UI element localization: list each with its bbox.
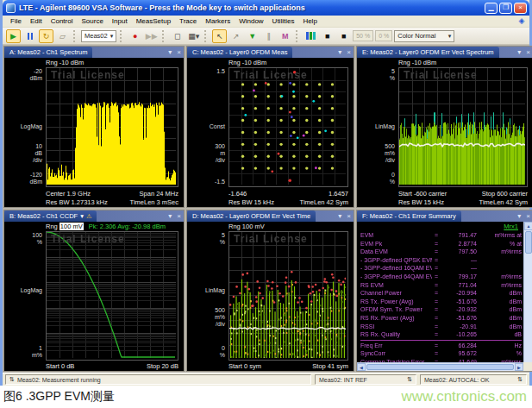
selection-icon[interactable]: ▱ (55, 29, 70, 43)
error-summary-rows: EVM=791.47m%rms atEVM Pk=2.8774% atData … (360, 231, 522, 367)
err-time-plot-area[interactable] (228, 231, 348, 361)
spinner-icon[interactable]: ⇅ (9, 376, 15, 383)
menu-item-markers[interactable]: Markers (201, 16, 235, 26)
toolbar-separator (73, 30, 78, 42)
panel-pin-icon[interactable]: ▾ (166, 47, 174, 58)
color-bars-icon[interactable] (304, 29, 318, 43)
status-ref-text: Meas02: INT REF (319, 377, 367, 383)
menu-item-input[interactable]: Input (108, 16, 132, 26)
menu-item-control[interactable]: Control (47, 16, 78, 26)
panel-d-header[interactable]: D: Meas02 - Layer0 OFDM Err Vect Time ▾ … (187, 210, 354, 222)
restore-button[interactable]: ❐ (499, 3, 512, 14)
timelen-label: TimeLen 42 Sym (479, 198, 528, 206)
horizontal-scrollbar[interactable]: ◀ ▶ (357, 362, 523, 371)
panel-close-icon[interactable]: × (344, 210, 354, 222)
panel-d-title[interactable]: D: Meas02 - Layer0 OFDM Err Vect Time (187, 210, 316, 222)
restart-icon[interactable]: ↻ (39, 29, 53, 43)
panel-c-title[interactable]: C: Meas02 - Layer0 OFDM Meas (187, 47, 292, 58)
scale-type-label: LogMag (4, 123, 42, 130)
menu-item-trace[interactable]: Trace (175, 16, 201, 26)
scale-type-label: LogMag (4, 287, 42, 294)
window-title: LTE - Agilent 89600 VSA Software - Press… (19, 3, 485, 12)
error-summary-row: - 3GPP-defined 16QAM EVM=— (360, 264, 522, 273)
panel-close-icon[interactable]: × (174, 47, 184, 58)
display-dark2-icon[interactable]: ■ (336, 29, 351, 43)
start-db-label: Start 0 dB (46, 362, 74, 370)
panel-pin-icon[interactable]: ▾ (335, 210, 344, 222)
close-button[interactable]: × (514, 3, 527, 14)
scroll-left-icon[interactable]: ◀ (357, 363, 366, 371)
play-icon[interactable]: ▶ (6, 29, 21, 43)
panel-f-title[interactable]: F: Meas02 - Ch1 Error Summary (357, 210, 461, 222)
status-bar: ⇅ Meas02: Measurement running Meas02: IN… (3, 373, 529, 386)
panel-a-title[interactable]: A: Meas02 - Ch1 Spectrum (4, 47, 92, 58)
chevron-down-icon[interactable]: ▾ (80, 210, 84, 222)
menu-item-meassetup[interactable]: MeasSetup (132, 16, 175, 26)
spinner-icon[interactable]: ⇅ (407, 376, 412, 383)
menu-item-file[interactable]: File (6, 16, 26, 26)
scroll-up-icon[interactable]: ▲ (524, 222, 532, 230)
pointer-icon[interactable]: ↖ (212, 29, 227, 43)
status-measurement: ⇅ Meas02: Measurement running (5, 374, 311, 385)
menu-item-source[interactable]: Source (77, 16, 107, 26)
error-summary-table: Mrx1 EVM=791.47m%rms atEVM Pk=2.8774% at… (357, 222, 523, 362)
scroll-thumb[interactable] (525, 231, 532, 254)
panel-c-header[interactable]: C: Meas02 - Layer0 OFDM Meas ▾ × (187, 47, 354, 58)
ccdf-plot-area[interactable] (46, 231, 178, 361)
grid-layout-icon[interactable]: ▦▾ (186, 29, 201, 43)
stop-sym-label: Stop 41 sym (312, 362, 348, 370)
scroll-right-icon[interactable]: ▶ (515, 363, 523, 371)
zoom-field-b[interactable]: 0 % (375, 30, 392, 41)
panel-a-header[interactable]: A: Meas02 - Ch1 Spectrum ▾ × (4, 47, 184, 58)
panel-b-header[interactable]: B: Meas02 - Ch1 CCDF ▾ ⚠ ▾ × (4, 210, 184, 222)
scale-type-label: Const (187, 123, 225, 130)
band-marker-icon[interactable]: ∥ (261, 29, 276, 43)
panel-pin-icon[interactable]: ▾ (515, 47, 523, 58)
panel-e-header[interactable]: E: Meas02 - Layer0 OFDM Err Vect Spectru… (357, 47, 532, 58)
zoom-field-a[interactable]: 50 % (353, 30, 373, 41)
spectrum-plot-area[interactable] (46, 67, 178, 187)
panel-b-title[interactable]: B: Meas02 - Ch1 CCDF ▾ ⚠ (4, 210, 97, 222)
measurement-select[interactable]: Meas02 ▾ (81, 30, 116, 42)
playback-icon[interactable]: ▶▶ (144, 29, 159, 43)
scale-type-label: LinMag (357, 123, 395, 130)
panel-e-title[interactable]: E: Meas02 - Layer0 OFDM Err Vect Spectru… (357, 47, 499, 58)
err-spectrum-plot-area[interactable] (398, 67, 528, 187)
panel-close-icon[interactable]: × (344, 47, 354, 58)
panel-close-icon[interactable]: × (523, 210, 532, 222)
menu-item-help[interactable]: Help (298, 16, 321, 26)
panel-pin-icon[interactable]: ▾ (335, 47, 344, 58)
panel-f-header[interactable]: F: Meas02 - Ch1 Error Summary ▾ × (357, 210, 532, 222)
constellation-plot-area[interactable] (228, 67, 348, 187)
vertical-scrollbar[interactable]: ▲ (523, 222, 532, 362)
panel-pin-icon[interactable]: ▾ (166, 210, 174, 222)
display-dark-icon[interactable]: ■ (320, 29, 335, 43)
marker-delta-icon[interactable]: ▼ (245, 29, 260, 43)
scroll-thumb[interactable] (366, 364, 514, 370)
panel-close-icon[interactable]: × (174, 210, 184, 222)
marker-m-icon[interactable]: M (278, 29, 292, 43)
menu-item-window[interactable]: Window (235, 16, 267, 26)
toolbar-separator (204, 30, 209, 42)
range-prefix: Rng (46, 223, 58, 230)
error-summary-row: - 3GPP-defined QPSK EVM=— (360, 256, 522, 265)
pause-icon[interactable] (22, 29, 37, 43)
menu-item-edit[interactable]: Edit (26, 16, 47, 26)
range-value-highlighted[interactable]: 100 mV (59, 223, 84, 230)
menubar-corner-icon[interactable]: ◈ (516, 16, 527, 26)
spinner-icon[interactable]: ⇅ (517, 376, 523, 383)
summary-divider (360, 340, 522, 341)
y-axis-top-label: 5 % (187, 232, 225, 246)
marker-move-icon[interactable]: ↗ (228, 29, 243, 43)
y-axis-div-label: 300 m /div (187, 143, 225, 164)
single-window-layout-icon[interactable]: ◻ (170, 29, 185, 43)
error-summary-link[interactable]: Mrx1 (360, 223, 522, 231)
panel-close-icon[interactable]: × (523, 47, 532, 58)
error-summary-row: RS EVM=771.04m%rms (360, 281, 522, 290)
menu-item-utilities[interactable]: Utilities (268, 16, 299, 26)
resbw-label: Res BW 15 kHz (228, 198, 274, 206)
panel-pin-icon[interactable]: ▾ (515, 210, 523, 222)
color-mode-select[interactable]: Color Normal ▾ (394, 30, 454, 42)
minimize-button[interactable]: ▁ (485, 3, 498, 14)
record-icon[interactable]: ● (128, 29, 142, 43)
